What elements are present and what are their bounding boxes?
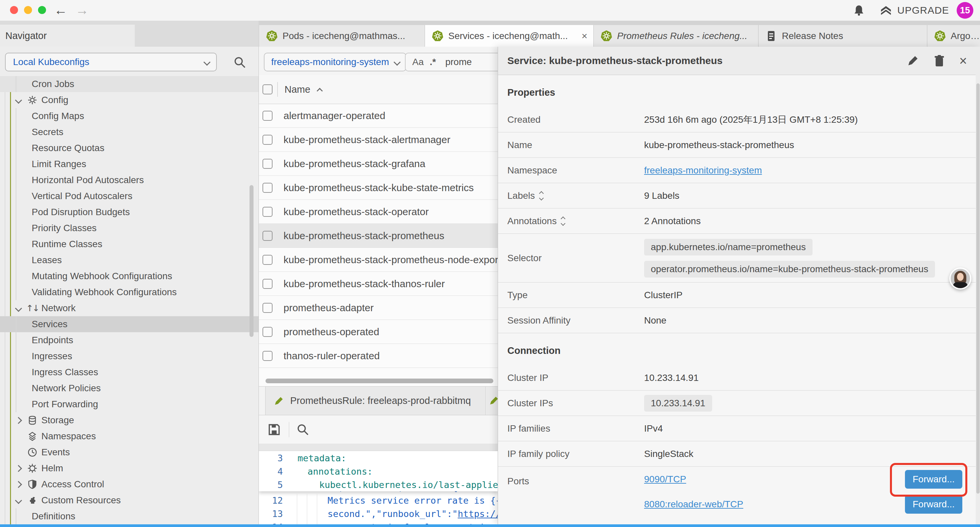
sidebar-item-port-forwarding[interactable]: Port Forwarding bbox=[0, 396, 259, 412]
sidebar-item-storage[interactable]: Storage bbox=[0, 412, 259, 428]
row-checkbox[interactable] bbox=[262, 327, 272, 337]
sidebar-item-namespaces[interactable]: Namespaces bbox=[0, 428, 259, 444]
sidebar-item-secrets[interactable]: Secrets bbox=[0, 124, 259, 140]
sidebar-item-network-policies[interactable]: Network Policies bbox=[0, 380, 259, 396]
table-row[interactable]: alertmanager-operated bbox=[259, 104, 498, 128]
sidebar-item-network[interactable]: ↑↓Network bbox=[0, 300, 259, 316]
chevron-down-icon[interactable] bbox=[16, 306, 23, 311]
table-row[interactable]: kube-prometheus-stack-prometheus bbox=[259, 224, 498, 248]
row-checkbox[interactable] bbox=[262, 135, 272, 145]
chevron-right-icon[interactable] bbox=[16, 482, 23, 487]
back-button[interactable]: ← bbox=[54, 3, 67, 18]
sidebar-scrollbar[interactable] bbox=[250, 185, 253, 337]
row-checkbox[interactable] bbox=[262, 159, 272, 169]
select-all-checkbox[interactable] bbox=[262, 84, 272, 94]
name-column-header[interactable]: Name bbox=[285, 84, 310, 95]
row-checkbox[interactable] bbox=[262, 255, 272, 265]
sidebar-item-events[interactable]: Events bbox=[0, 444, 259, 460]
forward-button[interactable]: Forward... bbox=[905, 495, 963, 514]
match-case-toggle[interactable]: Aa bbox=[412, 57, 424, 67]
drawer-scrollbar[interactable] bbox=[976, 47, 980, 524]
chevron-down-icon[interactable] bbox=[16, 498, 23, 503]
sidebar-item-ingresses[interactable]: Ingresses bbox=[0, 348, 259, 364]
table-row[interactable]: kube-prometheus-stack-kube-state-metrics bbox=[259, 176, 498, 200]
sidebar-item-helm[interactable]: Helm bbox=[0, 460, 259, 476]
sidebar-item-definitions[interactable]: Definitions bbox=[0, 508, 259, 524]
sort-toggle-icon[interactable] bbox=[540, 192, 543, 200]
editor-search-icon[interactable] bbox=[296, 423, 310, 436]
sidebar-item-validating-webhook-configurations[interactable]: Validating Webhook Configurations bbox=[0, 284, 259, 300]
table-row[interactable]: kube-prometheus-stack-thanos-ruler bbox=[259, 272, 498, 296]
sidebar-item-access-control[interactable]: Access Control bbox=[0, 476, 259, 492]
horizontal-scrollbar[interactable] bbox=[266, 379, 493, 383]
navigator-tab[interactable]: Navigator bbox=[0, 25, 135, 47]
yaml-editor[interactable]: 110","for":"1m","labels":{"service":12Me… bbox=[259, 451, 498, 524]
sidebar-item-mutating-webhook-configurations[interactable]: Mutating Webhook Configurations bbox=[0, 268, 259, 284]
forward-button[interactable]: Forward... bbox=[905, 470, 963, 489]
sidebar-item-resource-quotas[interactable]: Resource Quotas bbox=[0, 140, 259, 156]
sidebar-item-priority-classes[interactable]: Priority Classes bbox=[0, 220, 259, 236]
sidebar-search-icon[interactable] bbox=[233, 56, 247, 69]
row-checkbox[interactable] bbox=[262, 231, 272, 241]
tab-argo[interactable]: Argo Se bbox=[927, 25, 980, 47]
row-checkbox[interactable] bbox=[262, 183, 272, 193]
table-row[interactable]: kube-prometheus-stack-grafana bbox=[259, 152, 498, 176]
chevron-right-icon[interactable] bbox=[16, 418, 23, 423]
row-checkbox[interactable] bbox=[262, 207, 272, 217]
chevron-down-icon[interactable] bbox=[16, 98, 23, 103]
sort-toggle-icon[interactable] bbox=[562, 217, 565, 225]
row-checkbox[interactable] bbox=[262, 279, 272, 289]
sidebar-item-runtime-classes[interactable]: Runtime Classes bbox=[0, 236, 259, 252]
service-search-input[interactable]: Aa .* prome bbox=[405, 53, 498, 72]
forward-button[interactable]: → bbox=[75, 3, 89, 18]
tab-prometheus[interactable]: Prometheus Rules - icecheng... bbox=[594, 25, 759, 47]
row-checkbox[interactable] bbox=[262, 351, 272, 361]
editor-tab-prometheusrule[interactable]: PrometheusRule: freeleaps-prod-rabbitmq bbox=[265, 387, 486, 415]
sidebar-item-vertical-pod-autoscalers[interactable]: Vertical Pod Autoscalers bbox=[0, 188, 259, 204]
save-icon[interactable] bbox=[267, 422, 282, 437]
sort-ascending-icon[interactable] bbox=[317, 88, 323, 94]
notifications-bell-icon[interactable] bbox=[853, 4, 865, 17]
sidebar-item-ingress-classes[interactable]: Ingress Classes bbox=[0, 364, 259, 380]
sidebar-item-pod-disruption-budgets[interactable]: Pod Disruption Budgets bbox=[0, 204, 259, 220]
window-minimize-button[interactable] bbox=[24, 6, 32, 14]
sidebar-item-config[interactable]: Config bbox=[0, 92, 259, 108]
namespace-filter-select[interactable]: freeleaps-monitoring-system bbox=[264, 53, 406, 72]
window-zoom-button[interactable] bbox=[38, 6, 46, 14]
tab-release[interactable]: Release Notes bbox=[759, 25, 927, 47]
regex-toggle[interactable]: .* bbox=[430, 57, 436, 67]
tab-services[interactable]: Services - icecheng@math...× bbox=[425, 25, 594, 47]
table-row[interactable]: kube-prometheus-stack-alertmanager bbox=[259, 128, 498, 152]
delete-trash-icon[interactable] bbox=[933, 54, 945, 67]
table-row[interactable]: prometheus-adapter bbox=[259, 296, 498, 320]
table-row[interactable]: kube-prometheus-stack-operator bbox=[259, 200, 498, 224]
row-checkbox[interactable] bbox=[262, 303, 272, 313]
upgrade-button[interactable]: UPGRADE bbox=[879, 4, 949, 17]
floating-avatar[interactable] bbox=[949, 267, 971, 290]
window-close-button[interactable] bbox=[10, 6, 18, 14]
chevron-right-icon[interactable] bbox=[16, 466, 23, 471]
table-row[interactable]: kube-prometheus-stack-prometheus-node-ex… bbox=[259, 248, 498, 272]
namespace-link[interactable]: freeleaps-monitoring-system bbox=[644, 165, 762, 176]
tab-close-icon[interactable]: × bbox=[581, 30, 587, 42]
sidebar-item-leases[interactable]: Leases bbox=[0, 252, 259, 268]
notification-count-badge[interactable]: 15 bbox=[957, 2, 973, 19]
sidebar-item-horizontal-pod-autoscalers[interactable]: Horizontal Pod Autoscalers bbox=[0, 172, 259, 188]
code-link[interactable]: https://net bbox=[458, 509, 498, 519]
sidebar-item-cron-jobs[interactable]: Cron Jobs bbox=[0, 76, 259, 92]
sidebar-item-services[interactable]: Services bbox=[0, 316, 259, 332]
port-link[interactable]: 9090/TCP bbox=[644, 474, 686, 484]
tab-pods[interactable]: Pods - icecheng@mathmas... bbox=[259, 25, 425, 47]
sidebar-item-limit-ranges[interactable]: Limit Ranges bbox=[0, 156, 259, 172]
close-icon[interactable]: × bbox=[959, 53, 967, 68]
edit-pencil-icon[interactable] bbox=[907, 54, 919, 67]
port-link[interactable]: 8080:reloader-web/TCP bbox=[644, 499, 743, 509]
sidebar-item-config-maps[interactable]: Config Maps bbox=[0, 108, 259, 124]
table-row[interactable]: prometheus-operated bbox=[259, 320, 498, 344]
editor-tab-partial[interactable] bbox=[486, 387, 498, 415]
sidebar-item-endpoints[interactable]: Endpoints bbox=[0, 332, 259, 348]
kubeconfig-selector[interactable]: Local Kubeconfigs bbox=[5, 53, 217, 72]
row-checkbox[interactable] bbox=[262, 111, 272, 121]
table-row[interactable]: thanos-ruler-operated bbox=[259, 344, 498, 368]
sidebar-item-custom-resources[interactable]: Custom Resources bbox=[0, 492, 259, 508]
